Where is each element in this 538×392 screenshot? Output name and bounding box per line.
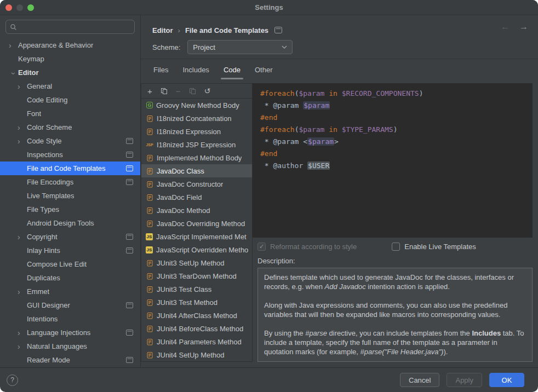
sidebar-item-file-encodings[interactable]: File Encodings	[0, 175, 140, 189]
sidebar-item-color-scheme[interactable]: ›Color Scheme	[0, 120, 140, 134]
chevron-down-icon[interactable]: ›	[9, 68, 18, 78]
sidebar-item-file-and-code-templates[interactable]: File and Code Templates	[0, 162, 140, 175]
sidebar-item-android-design-tools[interactable]: Android Design Tools	[0, 216, 140, 230]
template-item-junit3-setup-method[interactable]: JUnit3 SetUp Method	[141, 256, 252, 269]
template-item-label: JavaDoc Class	[157, 167, 204, 175]
search-input[interactable]	[20, 22, 130, 32]
sidebar-item-emmet[interactable]: ›Emmet	[0, 285, 140, 298]
sidebar-item-language-injections[interactable]: ›Language Injections	[0, 326, 140, 339]
checkbox-unchecked-icon[interactable]	[392, 243, 400, 251]
code-line: #end	[260, 112, 533, 124]
copy-icon[interactable]	[161, 88, 168, 95]
per-project-settings-icon	[274, 27, 282, 33]
template-item-junit4-beforeclass-method[interactable]: JUnit4 BeforeClass Method	[141, 322, 252, 335]
file-template-icon	[146, 220, 153, 227]
chevron-right-icon[interactable]: ›	[18, 123, 27, 132]
sidebar-item-natural-languages[interactable]: ›Natural Languages	[0, 339, 140, 353]
template-item-i18nized-jsp-expression[interactable]: JSPI18nized JSP Expression	[141, 138, 252, 151]
sidebar-item-code-style[interactable]: ›Code Style	[0, 134, 140, 148]
sidebar-item-font[interactable]: Font	[0, 107, 140, 120]
sidebar-item-reader-mode[interactable]: Reader Mode	[0, 353, 140, 367]
description-paragraph: By using the #parse directive, you can i…	[264, 328, 526, 356]
sidebar-item-inlay-hints[interactable]: Inlay Hints	[0, 244, 140, 257]
file-template-icon	[146, 325, 153, 332]
duplicate-icon	[189, 88, 196, 95]
breadcrumb-separator-icon: ›	[178, 26, 180, 34]
code-line: * @param $param	[260, 100, 533, 112]
description-box[interactable]: Defines template which used to generate …	[257, 268, 533, 362]
breadcrumb-editor[interactable]: Editor	[152, 26, 173, 34]
sidebar-item-intentions[interactable]: Intentions	[0, 312, 140, 326]
enable-live-templates-checkbox[interactable]: Enable Live Templates	[392, 243, 476, 251]
per-project-settings-icon	[126, 179, 133, 185]
sidebar-item-keymap[interactable]: Keymap	[0, 52, 140, 66]
sidebar-item-compose-live-edit[interactable]: Compose Live Edit	[0, 257, 140, 271]
scheme-select[interactable]: Project	[187, 40, 293, 54]
template-item-javadoc-class[interactable]: JavaDoc Class	[141, 164, 252, 177]
tab-files[interactable]: Files	[146, 66, 175, 79]
search-icon	[10, 24, 17, 31]
cancel-button[interactable]: Cancel	[400, 373, 439, 387]
template-item-junit3-test-method[interactable]: JUnit3 Test Method	[141, 296, 252, 309]
per-project-settings-icon	[126, 234, 133, 240]
back-arrow-icon[interactable]: ←	[501, 22, 510, 32]
sidebar-item-general[interactable]: ›General	[0, 79, 140, 93]
template-item-junit3-teardown-method[interactable]: JUnit3 TearDown Method	[141, 269, 252, 283]
template-item-junit3-test-class[interactable]: JUnit3 Test Class	[141, 283, 252, 296]
template-item-implemented-method-body[interactable]: Implemented Method Body	[141, 151, 252, 164]
sidebar-item-label: Inlay Hints	[27, 246, 60, 255]
template-item-javascript-implemented-met[interactable]: JSJavaScript Implemented Met	[141, 230, 252, 243]
zoom-window-icon[interactable]	[27, 4, 34, 11]
sidebar-item-copyright[interactable]: ›Copyright	[0, 230, 140, 244]
sidebar-item-appearance-behavior[interactable]: ›Appearance & Behavior	[0, 38, 140, 52]
javascript-icon: JS	[146, 233, 153, 240]
sidebar-item-label: Copyright	[27, 233, 58, 241]
template-item-junit4-afterclass-method[interactable]: JUnit4 AfterClass Method	[141, 309, 252, 322]
template-item-label: JUnit4 AfterClass Method	[157, 312, 237, 320]
ok-button[interactable]: OK	[489, 373, 524, 387]
forward-arrow-icon[interactable]: →	[519, 22, 528, 32]
template-item-javadoc-constructor[interactable]: JavaDoc Constructor	[141, 177, 252, 191]
chevron-right-icon[interactable]: ›	[9, 41, 18, 50]
template-item-javadoc-field[interactable]: JavaDoc Field	[141, 191, 252, 204]
sidebar-item-label: Intentions	[27, 315, 58, 323]
tab-code[interactable]: Code	[216, 66, 248, 79]
add-icon[interactable]: +	[147, 87, 152, 95]
sidebar-item-file-types[interactable]: File Types	[0, 203, 140, 216]
reformat-checkbox-label: Reformat according to style	[270, 243, 357, 251]
template-item-i18nized-expression[interactable]: I18nized Expression	[141, 125, 252, 138]
close-window-icon[interactable]	[5, 4, 12, 11]
tab-other[interactable]: Other	[248, 66, 280, 79]
sidebar-item-label: Reader Mode	[27, 356, 70, 364]
template-item-label: I18nized JSP Expression	[157, 141, 236, 149]
template-item-javascript-overridden-metho[interactable]: JSJavaScript Overridden Metho	[141, 243, 252, 256]
sidebar-item-gui-designer[interactable]: GUI Designer	[0, 298, 140, 312]
template-item-junit4-setup-method[interactable]: JUnit4 SetUp Method	[141, 348, 252, 361]
tab-includes[interactable]: Includes	[175, 66, 216, 79]
chevron-right-icon[interactable]: ›	[18, 328, 27, 337]
settings-search[interactable]	[5, 20, 135, 34]
sidebar-item-editor[interactable]: ›Editor	[0, 66, 140, 79]
chevron-right-icon[interactable]: ›	[18, 287, 27, 296]
template-item-i18nized-concatenation[interactable]: I18nized Concatenation	[141, 112, 252, 125]
sidebar-item-live-templates[interactable]: Live Templates	[0, 189, 140, 203]
reset-to-default-icon[interactable]: ↺	[204, 87, 211, 95]
help-button[interactable]: ?	[7, 374, 18, 386]
chevron-right-icon[interactable]: ›	[18, 342, 27, 351]
template-code-editor[interactable]: #foreach($param in $RECORD_COMPONENTS) *…	[253, 83, 533, 238]
sidebar-item-duplicates[interactable]: Duplicates	[0, 271, 140, 285]
template-item-javadoc-overriding-method[interactable]: JavaDoc Overriding Method	[141, 217, 252, 230]
per-project-settings-icon	[126, 330, 133, 336]
template-item-javadoc-method[interactable]: JavaDoc Method	[141, 204, 252, 217]
template-item-junit4-parameters-method[interactable]: JUnit4 Parameters Method	[141, 335, 252, 348]
sidebar-item-code-editing[interactable]: Code Editing	[0, 93, 140, 107]
chevron-right-icon[interactable]: ›	[18, 82, 27, 91]
sidebar-item-label: GUI Designer	[27, 301, 70, 309]
file-template-icon	[146, 312, 153, 319]
sidebar-item-label: Keymap	[18, 55, 44, 63]
template-item-label: JavaScript Implemented Met	[156, 233, 247, 241]
chevron-right-icon[interactable]: ›	[18, 137, 27, 146]
sidebar-item-inspections[interactable]: Inspections	[0, 148, 140, 162]
chevron-right-icon[interactable]: ›	[18, 233, 27, 241]
template-item-groovy-new-method-body[interactable]: GGroovy New Method Body	[141, 99, 252, 112]
